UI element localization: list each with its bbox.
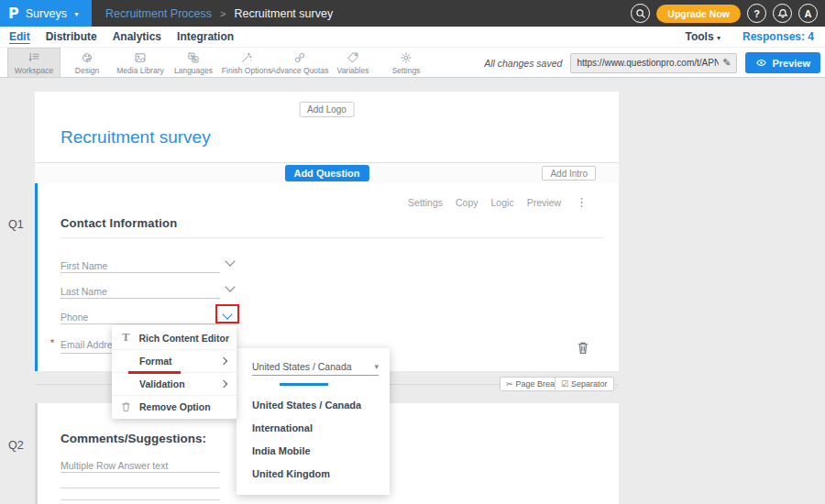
question-actions: Settings Copy Logic Preview ⋮	[408, 195, 588, 209]
field-label: First Name	[60, 260, 107, 271]
survey-url-field[interactable]: https://www.questionpro.com/t/APNrFZ ✎	[570, 53, 737, 73]
toolbar-item-label: Advance Quotas	[271, 66, 329, 75]
question-settings-link[interactable]: Settings	[408, 197, 443, 208]
format-select[interactable]: United States / Canada ▾	[252, 357, 379, 376]
toolbar-item-label: Media Library	[116, 66, 164, 75]
chevron-right-icon	[220, 357, 227, 365]
nav-right: Tools ▾ Responses: 4	[686, 30, 817, 43]
delete-question-button[interactable]	[577, 341, 589, 358]
toolbar-item-finish-options[interactable]: Finish Options	[220, 48, 273, 78]
toolbar-item-label: Design	[75, 66, 99, 75]
tools-menu[interactable]: Tools ▾	[686, 30, 720, 43]
chevron-down-icon[interactable]	[225, 281, 235, 291]
topbar-actions: Upgrade Now ? A	[631, 0, 818, 27]
eye-icon	[755, 58, 767, 68]
search-button[interactable]	[631, 4, 650, 23]
menu-item-format[interactable]: Format	[112, 349, 236, 372]
questionpro-logo: P	[8, 5, 19, 22]
question-logic-link[interactable]: Logic	[491, 197, 514, 208]
add-question-strip: Add Question Add Intro	[35, 162, 619, 183]
toolbar-item-media-library[interactable]: Media Library	[114, 48, 167, 78]
separator-button[interactable]: ☑ Separator	[555, 377, 614, 391]
menu-item-label: Validation	[139, 378, 185, 389]
chain-links-icon	[293, 51, 306, 64]
preview-button[interactable]: Preview	[745, 52, 820, 73]
tab-integration[interactable]: Integration	[177, 30, 234, 43]
contact-field-phone[interactable]: Phone	[60, 308, 220, 324]
edit-url-icon[interactable]: ✎	[722, 57, 731, 69]
caret-down-icon: ▾	[374, 362, 379, 371]
required-asterisk: *	[50, 337, 54, 348]
scissors-icon: ✂	[506, 379, 513, 389]
breadcrumb-current: Recruitment survey	[234, 7, 333, 20]
format-select-value: United States / Canada	[252, 361, 352, 372]
format-option-india-mobile[interactable]: India Mobile	[252, 442, 380, 460]
upgrade-now-button[interactable]: Upgrade Now	[656, 5, 741, 23]
question-1-title[interactable]: Contact Information	[60, 216, 177, 230]
gear-icon	[400, 51, 412, 64]
breadcrumb-separator: >	[220, 8, 226, 19]
notifications-button[interactable]	[773, 4, 792, 23]
toolbar-item-label: Finish Options	[222, 66, 271, 75]
separator-label: Separator	[571, 379, 608, 389]
multi-row-answer-field[interactable]: Multiple Row Answer text	[60, 456, 220, 473]
survey-canvas: Add Logo Recruitment survey Add Question…	[0, 78, 825, 504]
workspace-icon	[28, 51, 40, 64]
format-option-united-kingdom[interactable]: United Kingdom	[252, 465, 380, 483]
menu-item-remove-option[interactable]: Remove Option	[112, 395, 236, 418]
answer-line	[60, 488, 220, 488]
rich-text-icon: T	[119, 331, 132, 345]
user-avatar[interactable]: A	[798, 4, 818, 23]
toolbar-right: All changes saved https://www.questionpr…	[484, 48, 820, 78]
checkbox-icon: ☑	[561, 379, 568, 389]
annotation-underline	[128, 371, 181, 374]
tab-analytics[interactable]: Analytics	[113, 30, 161, 43]
questionpro-survey-editor: P Surveys ▼ Recruitment Process > Recrui…	[0, 0, 825, 504]
tab-edit[interactable]: Edit	[9, 30, 30, 43]
module-nav: Edit Distribute Analytics Integration To…	[0, 27, 825, 48]
menu-item-validation[interactable]: Validation	[112, 372, 236, 395]
translate-icon	[187, 51, 200, 64]
menu-item-label: Remove Option	[139, 401, 211, 412]
toolbar-item-languages[interactable]: Languages	[167, 48, 220, 78]
preview-button-label: Preview	[772, 58, 810, 69]
toolbar-item-advance-quotas[interactable]: Advance Quotas	[273, 48, 326, 78]
palette-icon	[81, 51, 94, 64]
toolbar-item-workspace[interactable]: Workspace	[7, 48, 60, 78]
question-preview-link[interactable]: Preview	[527, 197, 561, 208]
contact-field-last-name[interactable]: Last Name	[60, 282, 220, 299]
save-status: All changes saved	[484, 58, 562, 69]
question-copy-link[interactable]: Copy	[456, 197, 478, 208]
format-option-us-canada[interactable]: United States / Canada	[252, 396, 380, 414]
format-option-international[interactable]: International	[252, 419, 380, 437]
toolbar-item-variables[interactable]: Variables	[326, 48, 380, 78]
more-options-icon[interactable]: ⋮	[576, 195, 588, 209]
question-2-title[interactable]: Comments/Suggestions:	[60, 432, 206, 445]
trash-icon	[577, 341, 589, 355]
caret-down-icon: ▾	[717, 34, 720, 42]
field-label: Phone	[60, 312, 88, 323]
menu-item-rich-content-editor[interactable]: T Rich Content Editor	[112, 326, 236, 349]
chevron-down-icon[interactable]	[225, 256, 235, 266]
phone-format-submenu: United States / Canada ▾ United States /…	[236, 348, 390, 495]
phone-field-context-menu: T Rich Content Editor Format Validation …	[112, 325, 236, 419]
tab-distribute[interactable]: Distribute	[46, 30, 97, 43]
trash-icon	[119, 401, 133, 412]
add-question-button[interactable]: Add Question	[284, 165, 368, 181]
answer-line	[60, 499, 220, 500]
contact-field-first-name[interactable]: First Name	[60, 257, 220, 273]
magic-wand-icon	[240, 51, 253, 64]
help-button[interactable]: ?	[747, 4, 766, 23]
product-menu[interactable]: P Surveys ▼	[0, 0, 92, 27]
breadcrumb-folder-link[interactable]: Recruitment Process	[105, 7, 212, 20]
add-logo-button[interactable]: Add Logo	[299, 102, 355, 117]
breadcrumb: Recruitment Process > Recruitment survey	[105, 7, 333, 20]
survey-title[interactable]: Recruitment survey	[60, 127, 211, 148]
question-2-number: Q2	[8, 439, 24, 452]
toolbar-item-design[interactable]: Design	[60, 48, 114, 78]
add-intro-button[interactable]: Add Intro	[542, 166, 596, 181]
toolbar-item-settings[interactable]: Settings	[380, 48, 433, 78]
caret-down-icon: ▼	[73, 11, 80, 17]
responses-link[interactable]: Responses: 4	[742, 30, 814, 43]
editor-toolbar: Workspace Design Media Library Languages…	[0, 48, 825, 78]
